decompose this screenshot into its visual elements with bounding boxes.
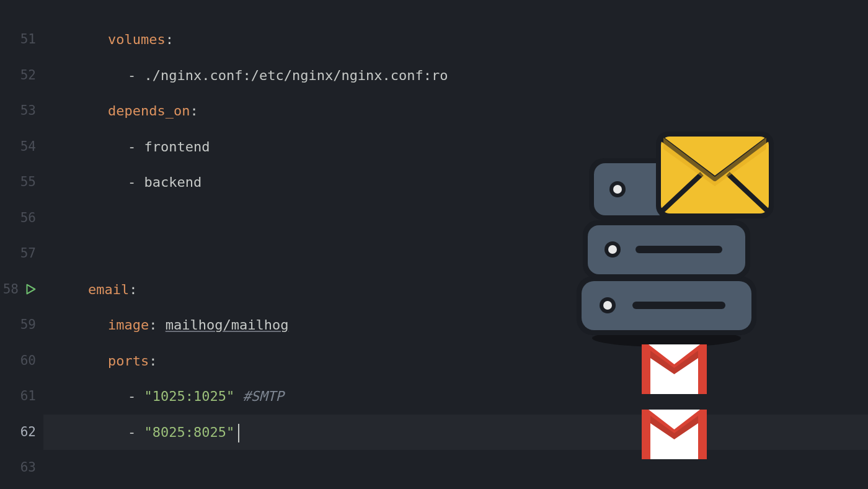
token-dash: - [128,68,144,83]
token-string: "8025:8025" [144,424,235,440]
token-key: ports [108,353,149,369]
code-line[interactable]: - frontend [43,129,868,165]
token-colon: : [129,282,137,297]
line-number: 59 [0,307,43,343]
token-dash: - [128,388,144,404]
code-line[interactable]: email: [43,272,868,308]
code-line[interactable]: - "1025:1025" #SMTP [43,379,868,415]
token-colon: : [190,103,198,119]
line-number: 58 [0,272,43,308]
line-number: 55 [0,164,43,200]
token-key: email [88,282,129,297]
code-line[interactable]: ports: [43,343,868,379]
line-number: 54 [0,129,43,165]
code-editor[interactable]: 51525354555657585960616263 volumes:- ./n… [0,0,868,489]
token-key: image [108,317,149,333]
token-comment: #SMTP [242,388,283,404]
code-line[interactable]: - "8025:8025" [43,415,868,451]
token-value: frontend [144,139,210,155]
line-number: 51 [0,22,43,58]
code-line[interactable] [43,450,868,486]
token-dash: - [128,139,144,155]
token-colon: : [149,317,166,333]
gmail-icon [642,344,707,394]
gmail-icon [642,410,707,459]
token-value-underline: mailhog/mailhog [166,317,289,333]
token-key: volumes [108,32,166,47]
token-dash: - [128,174,144,190]
gutter: 51525354555657585960616263 [0,0,43,489]
code-line[interactable]: volumes: [43,22,868,58]
code-area[interactable]: volumes:- ./nginx.conf:/etc/nginx/nginx.… [43,0,868,489]
token-key: depends_on [108,103,190,119]
token-value: ./nginx.conf:/etc/nginx/nginx.conf:ro [144,68,448,83]
line-number: 57 [0,236,43,272]
line-number: 53 [0,93,43,129]
token-value: backend [144,174,202,190]
token-colon: : [149,353,157,369]
code-line[interactable]: depends_on: [43,93,868,129]
token-dash: - [128,424,144,440]
line-number: 61 [0,379,43,415]
code-line[interactable] [43,236,868,272]
token-string: "1025:1025" [144,388,235,404]
text-cursor [238,424,239,442]
code-line[interactable]: - ./nginx.conf:/etc/nginx/nginx.conf:ro [43,58,868,94]
gmail-icons [642,344,707,459]
code-line[interactable] [43,200,868,236]
code-line[interactable]: - backend [43,164,868,200]
line-number: 52 [0,58,43,94]
token-value [234,388,242,404]
line-number: 56 [0,200,43,236]
code-line[interactable]: image: mailhog/mailhog [43,307,868,343]
run-icon[interactable] [24,282,37,296]
line-number: 63 [0,450,43,486]
token-colon: : [166,32,174,47]
line-number: 62 [0,415,43,451]
line-number: 60 [0,343,43,379]
